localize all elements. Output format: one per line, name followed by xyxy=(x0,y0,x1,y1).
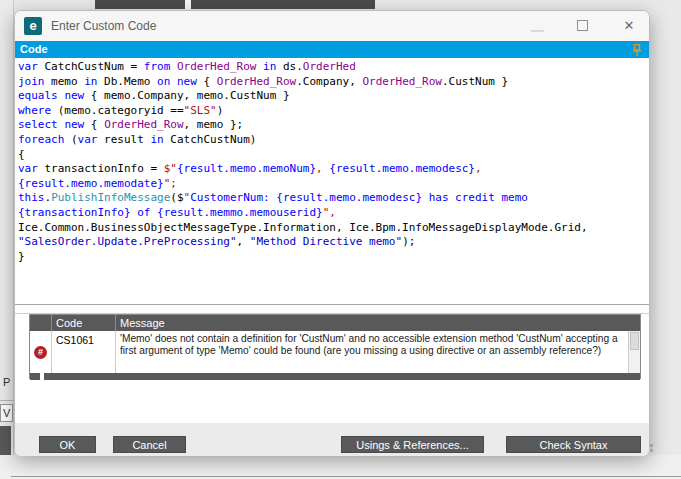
ok-button[interactable]: OK xyxy=(39,436,96,453)
code-token: { xyxy=(197,75,217,88)
code-token: new xyxy=(64,89,84,102)
code-token: transactionInfo = xyxy=(38,162,164,175)
code-line: foreach (var result in CatchCustNum) xyxy=(18,133,649,148)
column-header-message[interactable]: Message xyxy=(116,315,640,331)
code-token: ); xyxy=(402,235,415,248)
code-token: "Method Directive memo" xyxy=(250,235,402,248)
code-line: var transactionInfo = $"{result.memo.mem… xyxy=(18,162,649,177)
code-token: {result.memo.memodesc} xyxy=(329,162,475,175)
code-token: CatchCustNum) xyxy=(164,133,257,146)
background-toolbar-notch xyxy=(185,0,191,9)
code-line: join memo in Db.Memo on new { OrderHed_R… xyxy=(18,75,649,90)
grid-scrollbar-thumb[interactable] xyxy=(630,332,639,350)
code-token: OrderHed_Row xyxy=(217,75,296,88)
code-token: $" xyxy=(164,162,177,175)
code-token: in xyxy=(263,60,276,73)
code-token: "SalesOrder.Update.PreProcessing" xyxy=(18,235,237,248)
check-syntax-button[interactable]: Check Syntax xyxy=(506,436,641,453)
code-token: in xyxy=(150,133,163,146)
code-token: , xyxy=(316,162,329,175)
grid-footer-bar xyxy=(30,373,640,380)
code-token xyxy=(170,75,177,88)
code-token: equals xyxy=(18,89,58,102)
code-token: "; xyxy=(164,177,177,190)
maximize-button[interactable] xyxy=(577,20,588,31)
code-token: CatchCustNum = xyxy=(38,60,144,73)
dialog-titlebar[interactable]: e Enter Custom Code ✕ xyxy=(15,11,649,41)
code-token: OrderHed_Row xyxy=(362,75,441,88)
grid-scrollbar[interactable] xyxy=(628,331,640,373)
column-header-code[interactable]: Code xyxy=(52,315,116,331)
code-token: from xyxy=(144,60,171,73)
code-token: ", xyxy=(323,206,336,219)
code-token: ) xyxy=(217,104,224,117)
code-line: { xyxy=(18,148,649,163)
error-code-cell: CS1061 xyxy=(52,331,116,373)
code-token: foreach xyxy=(18,133,64,146)
code-panel-title: Code xyxy=(20,43,48,55)
code-token: CustomerNum: {result.memo.memodesc} has … xyxy=(190,191,528,204)
code-token: { memo.Company, memo.CustNum } xyxy=(84,89,289,102)
code-token: {result.memo.memodate} xyxy=(18,177,164,190)
resize-grip-icon[interactable] xyxy=(650,449,653,452)
code-line: equals new { memo.Company, memo.CustNum … xyxy=(18,89,649,104)
code-token: , xyxy=(475,162,482,175)
code-token: , memo }; xyxy=(184,118,244,131)
code-token: var xyxy=(18,60,38,73)
background-toolbar-fragment xyxy=(95,0,375,9)
minimize-button[interactable] xyxy=(531,30,544,32)
code-token: {result.memo.memoNum} xyxy=(177,162,316,175)
pin-icon[interactable] xyxy=(632,44,642,56)
background-partial-label: P xyxy=(3,376,10,388)
code-token: select xyxy=(18,118,58,131)
error-icon-cell: # xyxy=(30,331,52,373)
code-token: .Company, xyxy=(296,75,362,88)
code-token: ds. xyxy=(276,60,303,73)
code-line: {transactionInfo} of {result.memmo.memou… xyxy=(18,206,649,221)
code-line: } xyxy=(18,250,649,265)
editor-grid-splitter[interactable] xyxy=(15,304,649,314)
code-panel-header: Code xyxy=(15,41,649,58)
code-token: "SLS" xyxy=(184,104,217,117)
code-token: , xyxy=(237,235,250,248)
code-token: this xyxy=(18,191,45,204)
code-token: { xyxy=(84,118,104,131)
code-token: Ice.Common.BusinessObjectMessageType.Inf… xyxy=(18,221,588,234)
code-token: (memo.categoryid == xyxy=(51,104,183,117)
code-token: new xyxy=(64,118,84,131)
code-token: OrderHed_Row xyxy=(104,118,183,131)
dialog-title: Enter Custom Code xyxy=(51,11,156,41)
error-hash-icon: # xyxy=(34,346,47,359)
code-token: Db.Memo xyxy=(98,75,158,88)
code-token: join xyxy=(18,75,45,88)
code-token: var xyxy=(18,162,38,175)
column-header-icon[interactable] xyxy=(30,315,52,331)
code-line: var CatchCustNum = from OrderHed_Row in … xyxy=(18,60,649,75)
code-token: {transactionInfo} of {result.memmo.memou… xyxy=(18,206,323,219)
grid-footer-notch xyxy=(40,373,44,380)
code-token xyxy=(170,60,177,73)
code-token: ( xyxy=(64,133,77,146)
code-token: { xyxy=(18,148,25,161)
error-grid-header: Code Message xyxy=(30,315,640,331)
code-token: OrderHed xyxy=(303,60,356,73)
code-token: result xyxy=(97,133,150,146)
code-token: var xyxy=(78,133,98,146)
epicor-logo-icon: e xyxy=(24,17,42,35)
background-partial-field: V xyxy=(0,404,13,422)
code-editor[interactable]: var CatchCustNum = from OrderHed_Row in … xyxy=(15,58,649,304)
code-token: on xyxy=(157,75,170,88)
code-token: where xyxy=(18,104,51,117)
resize-grip-icon[interactable] xyxy=(650,444,653,447)
error-message-cell: 'Memo' does not contain a definition for… xyxy=(116,331,628,373)
close-button[interactable]: ✕ xyxy=(621,17,637,35)
code-token: PublishInfoMessage xyxy=(51,191,170,204)
code-token: OrderHed_Row xyxy=(177,60,256,73)
usings-references-button[interactable]: Usings & References... xyxy=(341,436,484,453)
enter-custom-code-dialog: e Enter Custom Code ✕ Code var CatchCust… xyxy=(14,10,650,455)
error-row[interactable]: # CS1061 'Memo' does not contain a defin… xyxy=(30,331,640,373)
code-token: new xyxy=(177,75,197,88)
code-token: } xyxy=(18,250,25,263)
error-list-grid: Code Message # CS1061 'Memo' does not co… xyxy=(29,314,641,379)
cancel-button[interactable]: Cancel xyxy=(113,436,186,453)
